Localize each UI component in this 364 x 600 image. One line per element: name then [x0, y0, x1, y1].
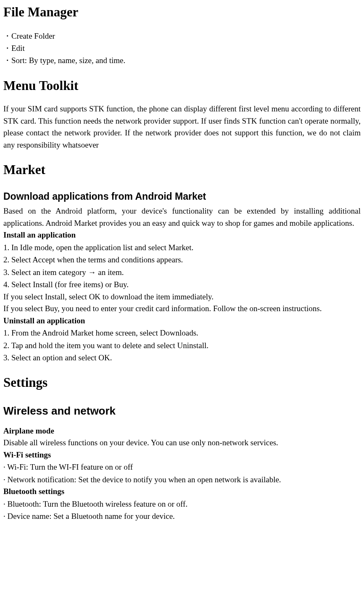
list-item: 1. From the Android Market home screen, …: [3, 327, 361, 339]
menu-toolkit-body: If your SIM card supports STK function, …: [3, 103, 361, 151]
list-item: 1. In Idle mode, open the application li…: [3, 241, 361, 254]
uninstall-steps: 1. From the Android Market home screen, …: [3, 327, 361, 364]
market-intro: Based on the Android platform, your devi…: [3, 205, 361, 229]
list-item: · Device name: Set a Bluetooth name for …: [3, 510, 361, 522]
list-item: 4. Select Install (for free items) or Bu…: [3, 278, 361, 291]
list-item: · Bluetooth: Turn the Bluetooth wireless…: [3, 498, 361, 510]
heading-airplane-mode: Airplane mode: [3, 425, 361, 437]
list-item: ・Sort: By type, name, size, and time.: [3, 54, 361, 66]
list-item: 3. Select an item category → an item.: [3, 266, 361, 278]
subheading-wireless-network: Wireless and network: [3, 403, 361, 419]
heading-bluetooth-settings: Bluetooth settings: [3, 486, 361, 498]
install-note-1: If you select Install, select OK to down…: [3, 291, 361, 303]
heading-uninstall-app: Uninstall an application: [3, 315, 361, 327]
list-item: 2. Tap and hold the item you want to del…: [3, 339, 361, 352]
list-item: ・Edit: [3, 42, 361, 54]
install-steps: 1. In Idle mode, open the application li…: [3, 241, 361, 291]
list-item: · Network notification: Set the device t…: [3, 473, 361, 486]
install-note-2: If you select Buy, you need to enter you…: [3, 303, 361, 315]
airplane-body: Disable all wireless functions on your d…: [3, 437, 361, 449]
list-item: 2. Select Accept when the terms and cond…: [3, 254, 361, 266]
file-manager-list: ・Create Folder ・Edit ・Sort: By type, nam…: [3, 30, 361, 67]
wifi-list: · Wi-Fi: Turn the WI-FI feature on or of…: [3, 461, 361, 486]
heading-wifi-settings: Wi-Fi settings: [3, 449, 361, 461]
heading-file-manager: File Manager: [3, 3, 361, 22]
subheading-download-apps: Download applications from Android Marke…: [3, 189, 361, 204]
bluetooth-list: · Bluetooth: Turn the Bluetooth wireless…: [3, 498, 361, 523]
list-item: ・Create Folder: [3, 30, 361, 42]
heading-market: Market: [3, 160, 361, 180]
list-item: · Wi-Fi: Turn the WI-FI feature on or of…: [3, 461, 361, 473]
list-item: 3. Select an option and select OK.: [3, 352, 361, 364]
heading-menu-toolkit: Menu Toolkit: [3, 76, 361, 96]
heading-settings: Settings: [3, 373, 361, 393]
heading-install-app: Install an application: [3, 229, 361, 241]
